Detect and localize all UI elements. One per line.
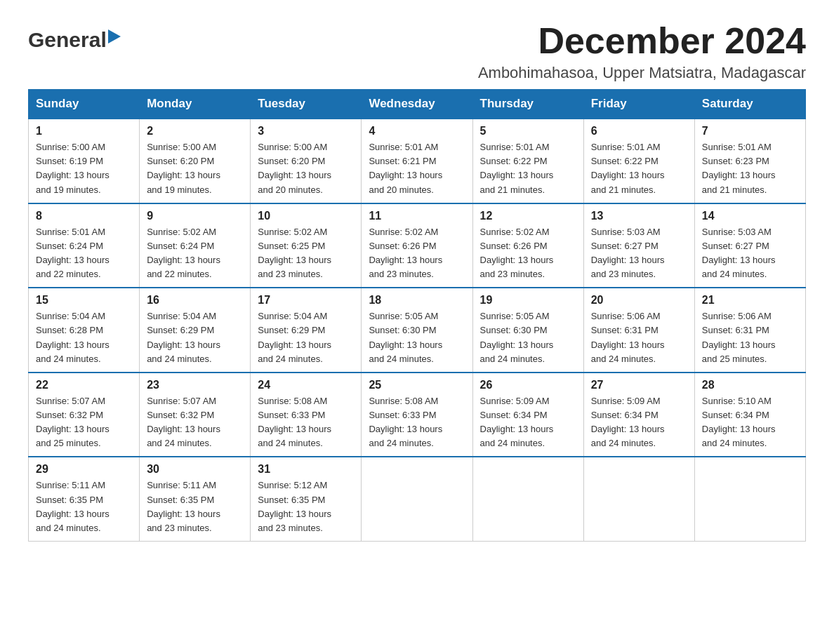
page-subtitle: Ambohimahasoa, Upper Matsiatra, Madagasc… [478, 64, 806, 82]
calendar-cell: 10Sunrise: 5:02 AMSunset: 6:25 PMDayligh… [251, 203, 362, 288]
day-info: Sunrise: 5:00 AMSunset: 6:19 PMDaylight:… [36, 140, 132, 197]
calendar-cell: 2Sunrise: 5:00 AMSunset: 6:20 PMDaylight… [140, 119, 251, 203]
calendar-week-row: 15Sunrise: 5:04 AMSunset: 6:28 PMDayligh… [29, 288, 806, 373]
logo-general-part: General [28, 28, 107, 52]
calendar-cell: 4Sunrise: 5:01 AMSunset: 6:21 PMDaylight… [362, 119, 472, 203]
calendar-cell: 12Sunrise: 5:02 AMSunset: 6:26 PMDayligh… [472, 203, 583, 288]
day-number: 9 [147, 210, 243, 222]
day-info: Sunrise: 5:01 AMSunset: 6:22 PMDaylight:… [591, 140, 687, 197]
calendar-week-row: 8Sunrise: 5:01 AMSunset: 6:24 PMDaylight… [29, 203, 806, 288]
calendar-cell: 27Sunrise: 5:09 AMSunset: 6:34 PMDayligh… [583, 373, 694, 457]
day-info: Sunrise: 5:10 AMSunset: 6:34 PMDaylight:… [702, 394, 798, 451]
logo: General Blue [28, 21, 122, 52]
day-info: Sunrise: 5:06 AMSunset: 6:31 PMDaylight:… [702, 309, 798, 366]
calendar-header-monday: Monday [140, 90, 251, 119]
calendar-cell: 9Sunrise: 5:02 AMSunset: 6:24 PMDaylight… [140, 203, 251, 288]
calendar-cell: 6Sunrise: 5:01 AMSunset: 6:22 PMDaylight… [583, 119, 694, 203]
calendar-cell [583, 457, 694, 541]
day-number: 2 [147, 125, 243, 137]
calendar-cell: 11Sunrise: 5:02 AMSunset: 6:26 PMDayligh… [362, 203, 472, 288]
day-number: 8 [36, 210, 132, 222]
calendar-cell: 15Sunrise: 5:04 AMSunset: 6:28 PMDayligh… [29, 288, 140, 373]
day-info: Sunrise: 5:04 AMSunset: 6:29 PMDaylight:… [147, 309, 243, 366]
calendar-cell: 16Sunrise: 5:04 AMSunset: 6:29 PMDayligh… [140, 288, 251, 373]
day-number: 15 [36, 294, 132, 307]
day-number: 16 [147, 294, 243, 307]
day-info: Sunrise: 5:05 AMSunset: 6:30 PMDaylight:… [480, 309, 576, 366]
day-number: 31 [258, 463, 354, 476]
day-number: 13 [591, 210, 687, 222]
day-info: Sunrise: 5:01 AMSunset: 6:21 PMDaylight:… [369, 140, 465, 197]
day-number: 22 [36, 379, 132, 391]
day-info: Sunrise: 5:07 AMSunset: 6:32 PMDaylight:… [147, 394, 243, 451]
page-header: General Blue December 2024 Ambohimahasoa… [28, 21, 806, 82]
day-info: Sunrise: 5:03 AMSunset: 6:27 PMDaylight:… [591, 225, 687, 282]
day-info: Sunrise: 5:02 AMSunset: 6:26 PMDaylight:… [480, 225, 576, 282]
day-number: 1 [36, 125, 132, 137]
calendar-cell [472, 457, 583, 541]
calendar-cell: 7Sunrise: 5:01 AMSunset: 6:23 PMDaylight… [694, 119, 805, 203]
calendar-cell: 1Sunrise: 5:00 AMSunset: 6:19 PMDaylight… [29, 119, 140, 203]
calendar-cell: 19Sunrise: 5:05 AMSunset: 6:30 PMDayligh… [472, 288, 583, 373]
calendar-cell: 18Sunrise: 5:05 AMSunset: 6:30 PMDayligh… [362, 288, 472, 373]
day-info: Sunrise: 5:01 AMSunset: 6:24 PMDaylight:… [36, 225, 132, 282]
calendar-table: SundayMondayTuesdayWednesdayThursdayFrid… [28, 89, 806, 542]
calendar-cell: 23Sunrise: 5:07 AMSunset: 6:32 PMDayligh… [140, 373, 251, 457]
calendar-cell: 29Sunrise: 5:11 AMSunset: 6:35 PMDayligh… [29, 457, 140, 541]
day-info: Sunrise: 5:05 AMSunset: 6:30 PMDaylight:… [369, 309, 465, 366]
day-info: Sunrise: 5:00 AMSunset: 6:20 PMDaylight:… [258, 140, 354, 197]
day-number: 10 [258, 210, 354, 222]
day-info: Sunrise: 5:01 AMSunset: 6:23 PMDaylight:… [702, 140, 798, 197]
day-number: 24 [258, 379, 354, 391]
day-number: 4 [369, 125, 465, 137]
day-info: Sunrise: 5:02 AMSunset: 6:26 PMDaylight:… [369, 225, 465, 282]
day-number: 26 [480, 379, 576, 391]
page-title: December 2024 [478, 21, 806, 61]
calendar-header-sunday: Sunday [29, 90, 140, 119]
day-number: 25 [369, 379, 465, 391]
day-number: 29 [36, 463, 132, 476]
svg-marker-0 [108, 29, 121, 43]
day-info: Sunrise: 5:04 AMSunset: 6:28 PMDaylight:… [36, 309, 132, 366]
day-info: Sunrise: 5:07 AMSunset: 6:32 PMDaylight:… [36, 394, 132, 451]
day-number: 12 [480, 210, 576, 222]
day-info: Sunrise: 5:02 AMSunset: 6:24 PMDaylight:… [147, 225, 243, 282]
day-info: Sunrise: 5:09 AMSunset: 6:34 PMDaylight:… [480, 394, 576, 451]
calendar-header-thursday: Thursday [472, 90, 583, 119]
calendar-cell: 5Sunrise: 5:01 AMSunset: 6:22 PMDaylight… [472, 119, 583, 203]
day-number: 20 [591, 294, 687, 307]
calendar-week-row: 22Sunrise: 5:07 AMSunset: 6:32 PMDayligh… [29, 373, 806, 457]
calendar-header-saturday: Saturday [694, 90, 805, 119]
day-number: 18 [369, 294, 465, 307]
day-info: Sunrise: 5:12 AMSunset: 6:35 PMDaylight:… [258, 478, 354, 535]
title-area: December 2024 Ambohimahasoa, Upper Matsi… [478, 21, 806, 82]
day-number: 19 [480, 294, 576, 307]
calendar-cell: 17Sunrise: 5:04 AMSunset: 6:29 PMDayligh… [251, 288, 362, 373]
logo-flag-icon [108, 29, 122, 45]
calendar-cell: 14Sunrise: 5:03 AMSunset: 6:27 PMDayligh… [694, 203, 805, 288]
calendar-cell [362, 457, 472, 541]
day-number: 3 [258, 125, 354, 137]
day-info: Sunrise: 5:02 AMSunset: 6:25 PMDaylight:… [258, 225, 354, 282]
calendar-cell [694, 457, 805, 541]
calendar-header-row: SundayMondayTuesdayWednesdayThursdayFrid… [29, 90, 806, 119]
calendar-week-row: 1Sunrise: 5:00 AMSunset: 6:19 PMDaylight… [29, 119, 806, 203]
day-info: Sunrise: 5:00 AMSunset: 6:20 PMDaylight:… [147, 140, 243, 197]
day-number: 5 [480, 125, 576, 137]
day-number: 14 [702, 210, 798, 222]
day-info: Sunrise: 5:04 AMSunset: 6:29 PMDaylight:… [258, 309, 354, 366]
day-number: 11 [369, 210, 465, 222]
logo-row: General [28, 28, 122, 52]
calendar-cell: 13Sunrise: 5:03 AMSunset: 6:27 PMDayligh… [583, 203, 694, 288]
calendar-cell: 3Sunrise: 5:00 AMSunset: 6:20 PMDaylight… [251, 119, 362, 203]
calendar-cell: 25Sunrise: 5:08 AMSunset: 6:33 PMDayligh… [362, 373, 472, 457]
calendar-cell: 24Sunrise: 5:08 AMSunset: 6:33 PMDayligh… [251, 373, 362, 457]
day-number: 27 [591, 379, 687, 391]
calendar-cell: 20Sunrise: 5:06 AMSunset: 6:31 PMDayligh… [583, 288, 694, 373]
day-number: 17 [258, 294, 354, 307]
calendar-cell: 31Sunrise: 5:12 AMSunset: 6:35 PMDayligh… [251, 457, 362, 541]
day-number: 30 [147, 463, 243, 476]
day-info: Sunrise: 5:08 AMSunset: 6:33 PMDaylight:… [258, 394, 354, 451]
day-info: Sunrise: 5:11 AMSunset: 6:35 PMDaylight:… [36, 478, 132, 535]
calendar-cell: 30Sunrise: 5:11 AMSunset: 6:35 PMDayligh… [140, 457, 251, 541]
